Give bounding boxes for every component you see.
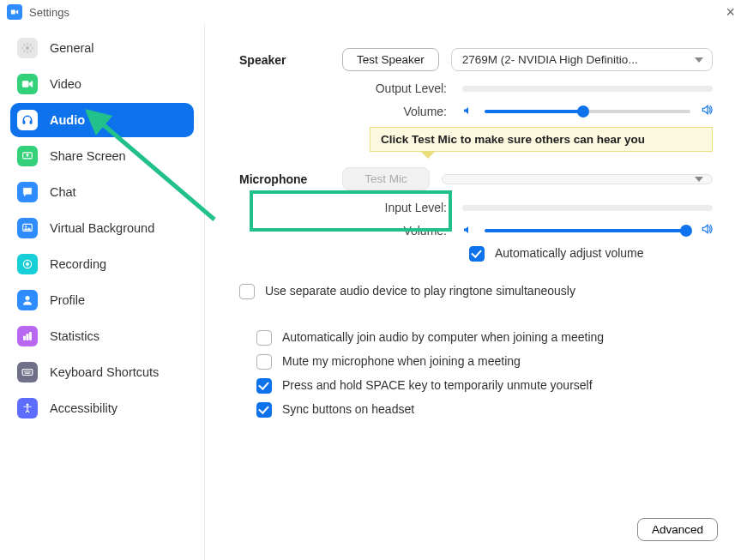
- tooltip-pointer: [421, 152, 435, 159]
- option-row: Sync buttons on headset: [256, 402, 713, 418]
- svg-rect-11: [23, 336, 25, 340]
- svg-rect-3: [23, 121, 25, 124]
- option-checkbox[interactable]: [256, 402, 272, 418]
- output-level-meter: [462, 86, 713, 92]
- svg-point-7: [25, 226, 27, 227]
- window-title: Settings: [29, 6, 69, 19]
- sidebar-item-accessibility[interactable]: Accessibility: [10, 391, 194, 425]
- app-icon: [7, 4, 22, 20]
- volume-low-icon: [462, 105, 474, 118]
- sidebar-item-audio[interactable]: Audio: [10, 103, 194, 137]
- headphones-icon: [17, 110, 38, 130]
- audio-options: Use separate audio device to play ringto…: [239, 284, 713, 418]
- speaker-row: Speaker Test Speaker 2769M (2- NVIDIA Hi…: [239, 48, 713, 71]
- option-checkbox[interactable]: [256, 378, 272, 394]
- image-icon: [17, 218, 38, 238]
- sidebar-item-label: Keyboard Shortcuts: [50, 365, 159, 379]
- advanced-button[interactable]: Advanced: [637, 518, 718, 541]
- option-label: Sync buttons on headset: [282, 402, 414, 416]
- keyboard-icon: [17, 362, 38, 382]
- video-icon: [17, 74, 38, 94]
- input-level-meter: [462, 205, 713, 211]
- auto-adjust-checkbox[interactable]: [469, 246, 485, 262]
- svg-rect-14: [22, 370, 33, 376]
- share-icon: [17, 146, 38, 166]
- volume-high-icon: [701, 223, 713, 238]
- svg-point-10: [26, 296, 30, 300]
- input-level-row: Input Level:: [239, 201, 713, 214]
- output-level-row: Output Level:: [239, 81, 713, 95]
- speaker-label: Speaker: [239, 53, 342, 67]
- svg-rect-0: [11, 10, 15, 15]
- input-level-label: Input Level:: [239, 201, 462, 214]
- gear-icon: [17, 38, 38, 58]
- output-level-label: Output Level:: [239, 81, 462, 95]
- option-label: Mute my microphone when joining a meetin…: [282, 354, 521, 368]
- mic-volume-slider[interactable]: [485, 229, 690, 232]
- option-checkbox[interactable]: [256, 354, 272, 370]
- sidebar-item-video[interactable]: Video: [10, 67, 194, 101]
- mic-volume-label: Volume:: [239, 224, 462, 238]
- option-row: Mute my microphone when joining a meetin…: [256, 354, 713, 370]
- option-label: Automatically join audio by computer whe…: [282, 330, 604, 344]
- sidebar-item-general[interactable]: General: [10, 31, 194, 65]
- sidebar-item-label: Video: [50, 77, 81, 91]
- sidebar-item-label: Share Screen: [50, 149, 126, 163]
- microphone-label: Microphone: [239, 172, 342, 186]
- titlebar: Settings ×: [0, 0, 747, 24]
- speaker-device-select[interactable]: 2769M (2- NVIDIA High Definitio...: [451, 48, 713, 71]
- volume-low-icon: [462, 224, 474, 238]
- chat-icon: [17, 182, 38, 202]
- speaker-volume-slider[interactable]: [485, 110, 690, 113]
- close-icon[interactable]: ×: [720, 3, 740, 21]
- option-row: Use separate audio device to play ringto…: [239, 284, 713, 299]
- sidebar-item-label: Statistics: [50, 329, 99, 343]
- speaker-volume-row: Volume:: [239, 104, 713, 118]
- auto-adjust-row: Automatically adjust volume: [469, 246, 713, 262]
- sidebar-item-label: Accessibility: [50, 401, 117, 415]
- record-icon: [17, 254, 38, 274]
- sidebar-item-profile[interactable]: Profile: [10, 283, 194, 317]
- person-icon: [17, 290, 38, 310]
- sidebar-item-chat[interactable]: Chat: [10, 175, 194, 209]
- sidebar-item-share-screen[interactable]: Share Screen: [10, 139, 194, 173]
- svg-rect-12: [27, 334, 28, 340]
- option-row: Press and hold SPACE key to temporarily …: [256, 378, 713, 394]
- svg-rect-13: [29, 332, 31, 340]
- sidebar-item-virtual-background[interactable]: Virtual Background: [10, 211, 194, 245]
- sidebar-item-label: Recording: [50, 257, 106, 271]
- sidebar-item-label: Chat: [50, 185, 76, 199]
- sidebar-item-label: Profile: [50, 293, 85, 307]
- auto-adjust-label: Automatically adjust volume: [495, 246, 644, 260]
- sidebar-item-keyboard-shortcuts[interactable]: Keyboard Shortcuts: [10, 355, 194, 389]
- svg-rect-4: [30, 121, 32, 124]
- option-label: Press and hold SPACE key to temporarily …: [282, 378, 593, 392]
- test-speaker-button[interactable]: Test Speaker: [342, 48, 439, 71]
- option-label: Use separate audio device to play ringto…: [265, 284, 575, 298]
- sidebar-item-label: Audio: [50, 113, 85, 127]
- sidebar: GeneralVideoAudioShare ScreenChatVirtual…: [0, 24, 204, 560]
- sidebar-item-statistics[interactable]: Statistics: [10, 319, 194, 353]
- speaker-volume-label: Volume:: [239, 105, 462, 118]
- volume-high-icon: [701, 104, 713, 118]
- accessibility-icon: [17, 398, 38, 418]
- option-row: Automatically join audio by computer whe…: [256, 330, 713, 346]
- mic-volume-row: Volume:: [239, 223, 713, 238]
- sidebar-item-recording[interactable]: Recording: [10, 247, 194, 281]
- svg-point-1: [26, 46, 29, 50]
- audio-settings-panel: Speaker Test Speaker 2769M (2- NVIDIA Hi…: [204, 24, 747, 560]
- svg-point-15: [27, 404, 28, 406]
- sidebar-item-label: Virtual Background: [50, 221, 154, 235]
- sidebar-item-label: General: [50, 41, 94, 55]
- microphone-row: Microphone Test Mic: [239, 167, 713, 190]
- option-checkbox[interactable]: [239, 284, 255, 299]
- test-mic-tooltip: Click Test Mic to make sure others can h…: [370, 127, 713, 152]
- option-checkbox[interactable]: [256, 330, 272, 346]
- svg-rect-2: [22, 81, 28, 87]
- microphone-device-select[interactable]: [442, 174, 713, 184]
- stats-icon: [17, 326, 38, 346]
- svg-point-9: [26, 262, 29, 266]
- test-mic-button[interactable]: Test Mic: [342, 167, 430, 190]
